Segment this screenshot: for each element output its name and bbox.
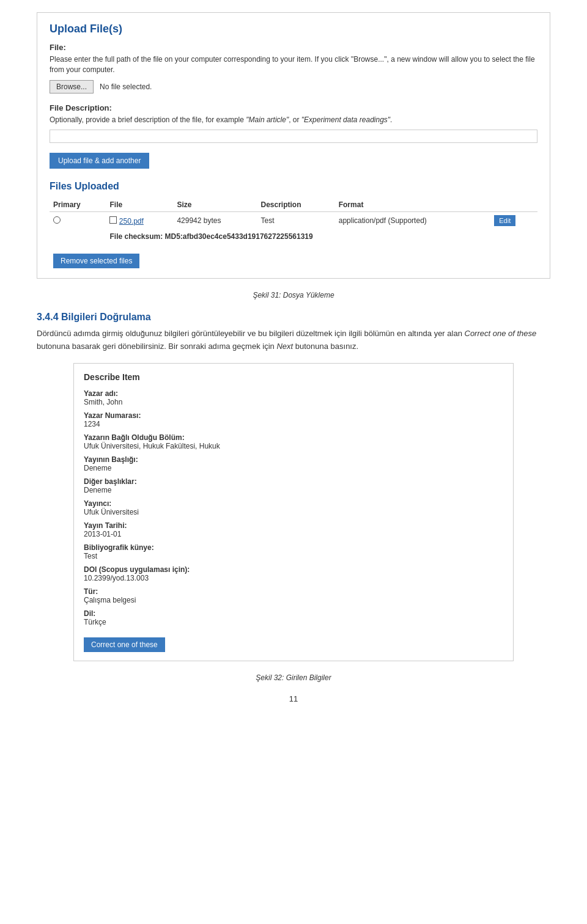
info-row-type: Tür: Çalışma belgesi — [84, 587, 503, 604]
table-row: 250.pdf 429942 bytes Test application/pd… — [50, 212, 537, 230]
info-row-doi: DOI (Scopus uygulaması için): 10.2399/yo… — [84, 565, 503, 582]
figure31-caption: Şekil 31: Dosya Yükleme — [37, 291, 550, 299]
info-row-other-titles: Diğer başlıklar: Deneme — [84, 477, 503, 494]
cell-primary — [50, 212, 106, 230]
files-table: Primary File Size Description Format 250… — [50, 198, 537, 244]
file-desc-input[interactable] — [50, 130, 537, 143]
label-department: Yazarın Bağlı Olduğu Bölüm: — [84, 433, 503, 442]
value-type: Çalışma belgesi — [84, 596, 503, 604]
value-doi: 10.2399/yod.13.003 — [84, 574, 503, 582]
info-row-author-number: Yazar Numarası: 1234 — [84, 411, 503, 428]
label-type: Tür: — [84, 587, 503, 596]
label-biblio: Bibliyografik künye: — [84, 543, 503, 552]
info-row-author-name: Yazar adı: Smith, John — [84, 389, 503, 406]
no-file-text: No file selected. — [100, 82, 152, 91]
file-description: Please enter the full path of the file o… — [50, 54, 537, 75]
info-row-publisher: Yayıncı: Ufuk Üniversitesi — [84, 499, 503, 516]
info-row-department: Yazarın Bağlı Olduğu Bölüm: Ufuk Ünivers… — [84, 433, 503, 450]
value-author-name: Smith, John — [84, 398, 503, 406]
radio-primary[interactable] — [53, 216, 61, 224]
describe-item-box: Describe Item Yazar adı: Smith, John Yaz… — [73, 363, 514, 661]
file-desc-hint: Optionally, provide a brief description … — [50, 115, 537, 125]
info-row-title: Yayının Başlığı: Deneme — [84, 455, 503, 472]
files-uploaded-title: Files Uploaded — [50, 181, 537, 192]
cell-format: application/pdf (Supported) — [335, 212, 491, 230]
correct-one-button[interactable]: Correct one of these — [84, 637, 165, 652]
value-publisher: Ufuk Üniversitesi — [84, 508, 503, 516]
edit-button[interactable]: Edit — [494, 215, 515, 226]
col-file: File — [106, 198, 173, 212]
col-action — [490, 198, 537, 212]
label-publisher: Yayıncı: — [84, 499, 503, 508]
checksum-row: File checksum: MD5:afbd30ec4ce5433d19176… — [50, 229, 537, 244]
label-author-number: Yazar Numarası: — [84, 411, 503, 420]
label-other-titles: Diğer başlıklar: — [84, 477, 503, 486]
col-primary: Primary — [50, 198, 106, 212]
checksum-text: File checksum: MD5:afbd30ec4ce5433d19176… — [106, 229, 537, 244]
label-author-name: Yazar adı: — [84, 389, 503, 398]
file-description-section: File Description: Optionally, provide a … — [50, 103, 537, 144]
col-description: Description — [257, 198, 334, 212]
info-row-biblio: Bibliyografik künye: Test — [84, 543, 503, 560]
value-author-number: 1234 — [84, 420, 503, 428]
describe-item-title: Describe Item — [84, 372, 503, 382]
value-other-titles: Deneme — [84, 486, 503, 494]
col-format: Format — [335, 198, 491, 212]
figure32-caption: Şekil 32: Girilen Bilgiler — [37, 673, 550, 682]
section-344-heading: 3.4.4 Bilgileri Doğrulama — [37, 312, 550, 323]
label-pub-date: Yayın Tarihi: — [84, 521, 503, 530]
upload-files-section: Upload File(s) File: Please enter the fu… — [37, 12, 550, 279]
label-language: Dil: — [84, 609, 503, 618]
remove-files-button[interactable]: Remove selected files — [53, 254, 139, 268]
value-biblio: Test — [84, 552, 503, 560]
label-pub-title: Yayının Başlığı: — [84, 455, 503, 464]
col-size: Size — [173, 198, 257, 212]
file-label: File: — [50, 43, 537, 52]
page-number: 11 — [37, 694, 550, 703]
browse-button[interactable]: Browse... — [50, 80, 94, 94]
label-doi: DOI (Scopus uygulaması için): — [84, 565, 503, 574]
info-row-pub-date: Yayın Tarihi: 2013-01-01 — [84, 521, 503, 538]
info-row-language: Dil: Türkçe — [84, 609, 503, 626]
checkbox-file[interactable] — [109, 216, 117, 224]
section-344-paragraph: Dördüncü adımda girmiş olduğunuz bilgile… — [37, 328, 550, 353]
upload-add-another-button[interactable]: Upload file & add another — [50, 153, 149, 169]
value-pub-date: 2013-01-01 — [84, 530, 503, 538]
cell-description: Test — [257, 212, 334, 230]
value-department: Ufuk Üniversitesi, Hukuk Fakültesi, Huku… — [84, 442, 503, 450]
cell-file: 250.pdf — [106, 212, 173, 230]
value-pub-title: Deneme — [84, 464, 503, 472]
cell-size: 429942 bytes — [173, 212, 257, 230]
file-link[interactable]: 250.pdf — [119, 217, 144, 226]
upload-title: Upload File(s) — [50, 23, 537, 35]
file-desc-label: File Description: — [50, 103, 537, 112]
cell-edit: Edit — [490, 212, 537, 230]
value-language: Türkçe — [84, 618, 503, 626]
